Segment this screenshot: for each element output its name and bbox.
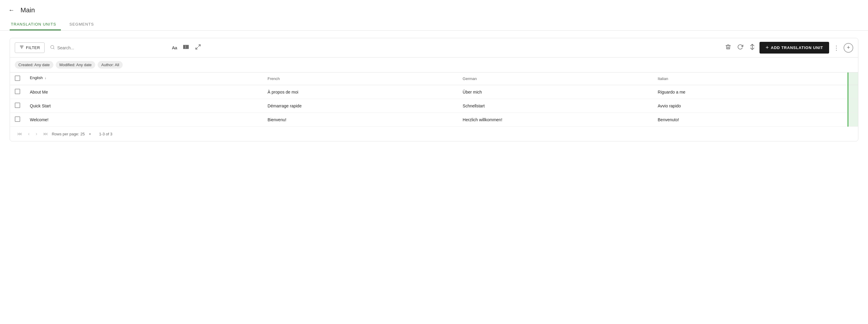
table-row[interactable]: Quick Start Démarrage rapide Schnellstar…	[10, 99, 858, 113]
circle-add-icon: +	[847, 44, 850, 51]
delete-icon	[725, 44, 731, 51]
delete-icon-button[interactable]	[723, 42, 733, 53]
prev-page-button[interactable]: ‹	[26, 130, 32, 138]
add-translation-unit-button[interactable]: + ADD TRANSLATION UNIT	[760, 42, 829, 53]
row-checkbox[interactable]	[15, 103, 20, 108]
column-italian-label: Italian	[658, 76, 668, 81]
column-header-english[interactable]: English ↓	[25, 72, 96, 83]
row-accent	[848, 99, 858, 113]
expand-icon-button[interactable]	[193, 42, 203, 53]
page-title: Main	[21, 6, 35, 14]
filter-button[interactable]: FILTER	[15, 42, 44, 53]
filter-chip-created[interactable]: Created: Any date	[15, 61, 53, 69]
row-accent	[848, 85, 858, 99]
col-extra-header	[848, 72, 858, 85]
cell-french[interactable]: Démarrage rapide	[263, 99, 458, 113]
first-page-button[interactable]: ⏮	[15, 130, 24, 138]
row-checkbox-cell[interactable]	[10, 113, 25, 127]
pagination-bar: ⏮ ‹ › ⏭ Rows per page: 25 50	[10, 127, 858, 141]
barcode-icon-button[interactable]	[181, 42, 191, 53]
expand-icon	[195, 44, 201, 51]
barcode-icon	[183, 44, 189, 51]
main-card: FILTER Aa	[10, 38, 858, 141]
svg-line-11	[198, 45, 200, 47]
cell-italian[interactable]: Riguardo a me	[653, 85, 848, 99]
row-checkbox[interactable]	[15, 89, 20, 94]
svg-rect-9	[187, 45, 188, 49]
font-size-icon: Aa	[172, 45, 177, 50]
sort-icon	[749, 44, 755, 51]
cell-italian[interactable]: Benvenuto!	[653, 113, 848, 127]
rows-per-page-label: Rows per page:	[52, 132, 79, 136]
next-page-button[interactable]: ›	[33, 130, 39, 138]
rows-per-page-control: Rows per page: 25 50 100	[52, 132, 91, 136]
cell-english[interactable]: Welcome!	[25, 113, 263, 127]
font-size-icon-button[interactable]: Aa	[170, 43, 179, 52]
column-header-italian[interactable]: Italian	[653, 72, 848, 85]
refresh-icon	[737, 44, 743, 51]
tab-segments[interactable]: SEGMENTS	[68, 19, 98, 30]
svg-rect-7	[185, 45, 186, 49]
table-row[interactable]: Welcome! Bienvenu! Herzlich willkommen! …	[10, 113, 858, 127]
svg-rect-8	[187, 45, 187, 49]
tab-translation-units[interactable]: TRANSLATION UNITS	[10, 19, 61, 30]
back-icon: ←	[8, 7, 14, 13]
add-btn-label: ADD TRANSLATION UNIT	[771, 45, 823, 50]
column-english-label: English	[30, 75, 43, 80]
cell-english[interactable]: Quick Start	[25, 99, 263, 113]
column-header-french[interactable]: French	[263, 72, 458, 85]
svg-rect-10	[188, 45, 189, 49]
back-button[interactable]: ←	[7, 5, 16, 15]
first-page-icon: ⏮	[17, 131, 22, 137]
filter-chip-author[interactable]: Author: All	[98, 61, 123, 69]
svg-line-12	[196, 47, 198, 49]
cell-english[interactable]: About Me	[25, 85, 263, 99]
refresh-icon-button[interactable]	[735, 42, 745, 53]
column-header-german[interactable]: German	[458, 72, 653, 85]
cell-french[interactable]: Bienvenu!	[263, 113, 458, 127]
filter-chip-modified[interactable]: Modified: Any date	[56, 61, 95, 69]
row-checkbox-cell[interactable]	[10, 85, 25, 99]
add-btn-icon: +	[766, 44, 769, 51]
table-wrap: English ↓ French German Ita	[10, 72, 858, 127]
next-page-icon: ›	[36, 131, 37, 137]
select-all-header[interactable]	[10, 72, 25, 85]
table-row[interactable]: About Me À propos de moi Über mich Rigua…	[10, 85, 858, 99]
search-wrap	[47, 43, 167, 52]
page-range-info: 1-3 of 3	[99, 132, 113, 136]
sort-icon-button[interactable]	[747, 42, 757, 53]
cell-german[interactable]: Über mich	[458, 85, 653, 99]
sort-arrow-icon: ↓	[44, 76, 46, 80]
more-icon: ⋮	[833, 44, 839, 51]
cell-german[interactable]: Schnellstart	[458, 99, 653, 113]
svg-rect-6	[184, 45, 185, 49]
svg-line-4	[53, 48, 54, 49]
row-checkbox-cell[interactable]	[10, 99, 25, 113]
rows-per-page-select[interactable]: 25 50 100	[81, 132, 91, 136]
translation-table: English ↓ French German Ita	[10, 72, 858, 127]
filter-chips-row: Created: Any date Modified: Any date Aut…	[10, 58, 858, 72]
cell-french[interactable]: À propos de moi	[263, 85, 458, 99]
row-accent	[848, 113, 858, 127]
last-page-icon: ⏭	[43, 131, 48, 137]
select-all-checkbox[interactable]	[15, 75, 20, 81]
column-french-label: French	[268, 76, 280, 81]
row-checkbox[interactable]	[15, 116, 20, 122]
svg-rect-5	[184, 45, 184, 49]
last-page-button[interactable]: ⏭	[41, 130, 51, 138]
cell-german[interactable]: Herzlich willkommen!	[458, 113, 653, 127]
prev-page-icon: ‹	[28, 131, 30, 137]
more-options-button[interactable]: ⋮	[832, 42, 841, 53]
filter-label: FILTER	[26, 45, 40, 50]
cell-italian[interactable]: Avvio rapido	[653, 99, 848, 113]
tabs-bar: TRANSLATION UNITS SEGMENTS	[0, 19, 868, 31]
filter-icon	[19, 45, 24, 50]
column-german-label: German	[463, 76, 477, 81]
toolbar: FILTER Aa	[10, 38, 858, 58]
search-icon	[50, 45, 55, 51]
circle-add-button[interactable]: +	[844, 43, 853, 52]
search-input[interactable]	[57, 45, 164, 50]
